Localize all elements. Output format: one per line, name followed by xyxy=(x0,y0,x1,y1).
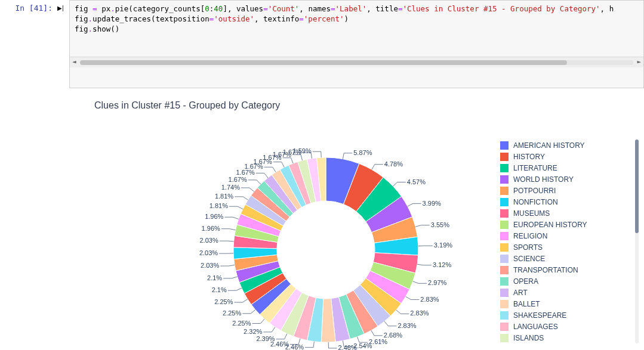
code-token: . xyxy=(110,4,115,13)
legend-item[interactable]: EUROPEAN HISTORY xyxy=(500,219,629,230)
legend-item[interactable]: SPORTS xyxy=(500,241,629,253)
code-token: 'Count' xyxy=(268,4,300,13)
percent-label: 1.81% xyxy=(209,202,228,209)
legend-item[interactable]: AMERICAN HISTORY xyxy=(500,140,629,151)
legend-label: ISLANDS xyxy=(513,334,544,342)
chart-output: Clues in Cluster #15 - Grouped by Catego… xyxy=(69,88,644,350)
legend[interactable]: AMERICAN HISTORYHISTORYLITERATUREWORLD H… xyxy=(500,140,637,343)
scroll-left-icon[interactable]: ◄ xyxy=(72,58,76,67)
legend-item[interactable]: NONFICTION xyxy=(500,196,629,207)
legend-item[interactable]: POTPOURRI xyxy=(500,185,629,196)
code-token: 0 xyxy=(205,4,209,13)
percent-label: 1.96% xyxy=(202,225,220,232)
legend-label: LITERATURE xyxy=(513,164,557,172)
code-token: 'outside' xyxy=(214,14,254,23)
legend-label: WORLD HISTORY xyxy=(513,175,574,184)
legend-swatch xyxy=(500,311,509,320)
legend-swatch xyxy=(500,141,509,150)
percent-label: 2.25% xyxy=(232,320,251,327)
code-input[interactable]: fig = px.pie(category_counts[0:40], valu… xyxy=(69,0,644,88)
legend-label: LANGUAGES xyxy=(513,323,558,331)
code-token: = xyxy=(331,4,335,13)
code-token: . xyxy=(88,14,93,23)
percent-label: 1.67% xyxy=(229,176,247,183)
legend-swatch xyxy=(500,255,509,263)
code-token: fig xyxy=(75,24,88,33)
percent-label: 1.81% xyxy=(215,193,233,200)
percent-label: 3.12% xyxy=(433,261,451,268)
legend-swatch xyxy=(500,209,509,218)
legend-swatch xyxy=(500,300,509,308)
percent-label: 3.19% xyxy=(434,241,452,249)
legend-item[interactable]: TRANSPORTATION xyxy=(500,264,629,275)
percent-label: 3.55% xyxy=(431,221,449,228)
legend-item[interactable]: LITERATURE xyxy=(500,162,629,174)
legend-label: SCIENCE xyxy=(513,255,545,263)
code-token: 40 xyxy=(214,4,223,13)
legend-swatch xyxy=(500,266,509,274)
percent-label: 2.1% xyxy=(212,286,227,293)
legend-item[interactable]: LANGUAGES xyxy=(500,321,629,332)
legend-swatch xyxy=(500,164,509,172)
legend-swatch xyxy=(500,277,509,286)
legend-swatch xyxy=(500,153,509,161)
legend-scrollbar-thumb[interactable] xyxy=(635,140,639,233)
code-token: fig xyxy=(75,4,93,13)
legend-label: OPERA xyxy=(513,277,538,286)
legend-swatch xyxy=(500,221,509,229)
percent-label: 5.87% xyxy=(353,149,372,156)
scrollbar-track[interactable] xyxy=(80,60,634,65)
legend-item[interactable]: MUSEUMS xyxy=(500,207,629,219)
donut-chart[interactable]: 5.87%4.78%4.57%3.99%3.55%3.19%3.12%2.97%… xyxy=(177,116,475,350)
legend-swatch xyxy=(500,232,509,240)
legend-label: BALLET xyxy=(513,300,540,308)
code-token: = xyxy=(93,4,97,13)
percent-label: 2.25% xyxy=(214,298,233,305)
percent-label: 2.68% xyxy=(384,332,402,339)
code-cell: In [41]: ▶| fig = px.pie(category_counts… xyxy=(0,0,644,88)
code-token: , h xyxy=(600,4,614,13)
legend-item[interactable]: RELIGION xyxy=(500,230,629,241)
legend-item[interactable]: ART xyxy=(500,287,629,298)
code-token: 'Clues in Cluster #15 - Grouped by Categ… xyxy=(402,4,600,13)
code-token: fig xyxy=(75,14,88,23)
code-token: . xyxy=(88,24,93,33)
percent-label: 2.32% xyxy=(244,328,262,335)
legend-item[interactable]: WORLD HISTORY xyxy=(500,174,629,185)
percent-label: 1.74% xyxy=(221,184,240,191)
legend-swatch xyxy=(500,198,509,206)
percent-label: 2.83% xyxy=(410,309,429,317)
legend-item[interactable]: HISTORY xyxy=(500,151,629,162)
code-token: ) xyxy=(344,14,349,23)
percent-label: 4.78% xyxy=(384,160,403,168)
percent-label: 2.03% xyxy=(199,249,218,256)
code-token: , title xyxy=(366,4,398,13)
code-token: = xyxy=(299,14,304,23)
legend-label: AMERICAN HISTORY xyxy=(513,141,585,150)
legend-item[interactable]: SCIENCE xyxy=(500,253,629,264)
scrollbar-thumb[interactable] xyxy=(80,60,567,65)
percent-label: 2.1% xyxy=(207,274,222,281)
horizontal-scrollbar[interactable]: ◄ ► xyxy=(70,57,643,67)
legend-label: EUROPEAN HISTORY xyxy=(513,221,587,229)
scroll-right-icon[interactable]: ► xyxy=(637,58,641,67)
legend-label: RELIGION xyxy=(513,232,547,240)
code-token: update_traces(textposition xyxy=(93,14,209,23)
legend-label: MUSEUMS xyxy=(513,209,550,218)
percent-label: 2.03% xyxy=(201,262,219,269)
legend-item[interactable]: ISLANDS xyxy=(500,332,629,343)
legend-item[interactable]: OPERA xyxy=(500,275,629,287)
percent-label: 3.99% xyxy=(423,200,441,207)
code-token: ], values xyxy=(223,4,263,13)
legend-item[interactable]: BALLET xyxy=(500,298,629,309)
legend-swatch xyxy=(500,243,509,252)
legend-scrollbar[interactable] xyxy=(635,140,639,343)
legend-swatch xyxy=(500,175,509,184)
legend-item[interactable]: SHAKESPEARE xyxy=(500,309,629,321)
percent-label: 2.83% xyxy=(420,296,439,303)
legend-label: HISTORY xyxy=(513,153,545,161)
chart-title: Clues in Cluster #15 - Grouped by Catego… xyxy=(94,100,280,111)
run-cell-icon[interactable]: ▶| xyxy=(57,0,69,88)
legend-label: SHAKESPEARE xyxy=(513,311,566,320)
percent-label: 2.83% xyxy=(398,322,416,329)
